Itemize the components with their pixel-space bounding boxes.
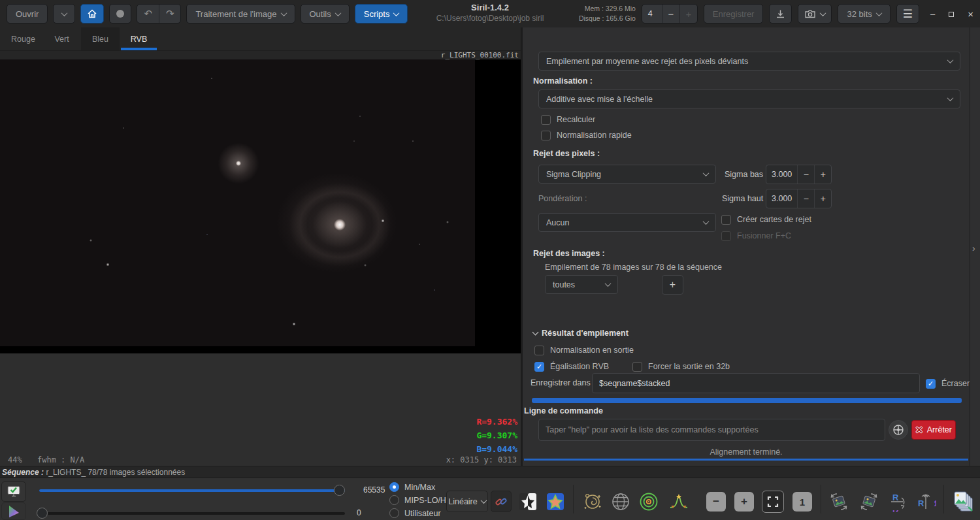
mode-user-radio-row[interactable]: Utilisateur [389, 508, 441, 518]
high-slider-handle[interactable] [334, 485, 345, 496]
restore-button[interactable] [949, 9, 954, 19]
command-scope-button[interactable] [889, 420, 908, 440]
color-gamut-button[interactable] [1, 502, 26, 520]
psf-analysis-button[interactable] [668, 491, 690, 513]
minimize-button[interactable]: – [930, 9, 935, 19]
egalisation-rvb-checkbox-row[interactable]: ✓ Égalisation RVB [534, 361, 609, 372]
low-level-slider[interactable] [39, 512, 345, 515]
image-processing-menu-button[interactable]: Traitement de l'image [186, 4, 295, 24]
flip-vertical-button[interactable]: R R [887, 491, 909, 513]
home-icon [87, 8, 97, 19]
tab-bleu[interactable]: Bleu [81, 27, 120, 50]
ponderation-dropdown[interactable]: Aucun [538, 213, 716, 232]
creer-cartes-checkbox[interactable] [721, 215, 731, 225]
redo-button[interactable]: ↷ [159, 5, 180, 23]
save-button[interactable]: Enregistrer [704, 4, 764, 24]
creer-cartes-label: Créer cartes de rejet [737, 215, 811, 224]
recalculer-checkbox[interactable] [541, 115, 551, 125]
fit-window-icon [767, 496, 779, 508]
open-button[interactable]: Ouvrir [7, 4, 48, 24]
recalculer-checkbox-row[interactable]: Recalculer [541, 114, 595, 125]
chevron-down-icon [703, 218, 710, 225]
scripts-menu-button[interactable]: Scripts [355, 4, 408, 24]
bit-depth-dropdown[interactable]: 32 bits [838, 4, 890, 24]
tools-menu-button[interactable]: Outils [301, 4, 350, 24]
undo-redo-group: ↶ ↷ [137, 4, 181, 24]
fits-image[interactable] [0, 59, 475, 346]
tab-vert[interactable]: Vert [42, 27, 81, 50]
mips-radio[interactable] [389, 495, 399, 505]
psf-peak-icon [668, 491, 689, 512]
image-filter-dropdown[interactable]: toutes [545, 275, 618, 294]
sigma-bas-decrement[interactable]: − [797, 165, 814, 184]
minmax-radio[interactable] [389, 482, 399, 492]
mode-mips-radio-row[interactable]: MIPS-LO/HI [389, 495, 448, 505]
rejection-method-dropdown[interactable]: Sigma Clipping [538, 165, 716, 184]
sequence-frames-button[interactable] [951, 489, 975, 514]
ecraser-checkbox-row[interactable]: ✓ Écraser [926, 378, 970, 389]
stacking-method-dropdown[interactable]: Empilement par moyenne avec rejet des pi… [538, 52, 960, 71]
sequence-label: Séquence : [2, 468, 44, 477]
tab-rvb[interactable]: RVB [120, 27, 158, 50]
forcer-32b-checkbox[interactable] [632, 362, 642, 372]
user-radio[interactable] [389, 508, 399, 518]
chain-link-icon [495, 495, 508, 508]
zoom-out-button[interactable]: − [706, 492, 726, 512]
thread-increment-button[interactable]: + [679, 5, 697, 23]
image-canvas[interactable] [0, 59, 521, 353]
close-button[interactable]: × [968, 8, 973, 20]
bottom-toolbar: 65535 0 Min/Max MIPS-LO/HI Utilisateur L… [0, 478, 980, 520]
zoom-in-button[interactable]: + [734, 492, 754, 512]
sigma-haut-decrement[interactable]: − [797, 189, 814, 208]
photometric-calibration-button[interactable] [638, 491, 660, 513]
forcer-32b-checkbox-row[interactable]: Forcer la sortie en 32b [632, 361, 730, 372]
high-level-slider[interactable] [39, 489, 345, 492]
sigma-haut-value[interactable]: 3.000 [766, 189, 797, 208]
flip-horizontal-button[interactable]: R R [915, 491, 937, 513]
resultat-expander[interactable]: Résultat d'empilement [533, 329, 629, 338]
zoom-fit-button[interactable] [762, 491, 784, 513]
deconvolution-button[interactable] [581, 491, 604, 513]
negative-view-button[interactable] [518, 492, 538, 512]
hamburger-menu-button[interactable]: ☰ [896, 4, 919, 24]
output-name-input[interactable] [592, 373, 920, 393]
stop-button[interactable]: ✕ Arrêter [911, 420, 956, 440]
normalisation-dropdown[interactable]: Additive avec mise à l'échelle [538, 89, 960, 108]
mode-minmax-radio-row[interactable]: Min/Max [389, 482, 435, 492]
sigma-bas-increment[interactable]: + [814, 165, 831, 184]
normalisation-rapide-checkbox[interactable] [541, 131, 551, 140]
undo-button[interactable]: ↶ [137, 5, 159, 23]
ecraser-checkbox[interactable]: ✓ [926, 379, 936, 389]
resultat-label: Résultat d'empilement [542, 329, 629, 338]
normalisation-rapide-checkbox-row[interactable]: Normalisation rapide [541, 130, 632, 140]
normalisation-sortie-checkbox-row[interactable]: Normalisation en sortie [534, 345, 634, 355]
sigma-bas-value[interactable]: 3.000 [766, 165, 797, 184]
egalisation-rvb-checkbox[interactable]: ✓ [534, 362, 544, 372]
snapshot-button[interactable] [798, 4, 832, 24]
display-settings-button[interactable] [1, 481, 26, 502]
low-slider-handle[interactable] [37, 508, 48, 519]
quick-save-button[interactable] [769, 4, 792, 24]
record-button[interactable] [109, 4, 131, 24]
collapse-panel-chevron-icon[interactable]: › [972, 243, 975, 253]
rotate-right-button[interactable] [858, 491, 880, 513]
stretch-mode-dropdown[interactable]: Linéaire [446, 491, 488, 512]
image-status-bar: 44% fwhm : N/A x: 0315 y: 0313 [0, 454, 521, 466]
creer-cartes-checkbox-row[interactable]: Créer cartes de rejet [721, 214, 811, 225]
sigma-haut-increment[interactable]: + [814, 189, 831, 208]
toolbar-separator [573, 485, 574, 513]
home-button[interactable] [80, 4, 104, 24]
rotate-left-button[interactable] [828, 491, 850, 513]
zoom-100-button[interactable]: 1 [792, 492, 812, 512]
normalisation-sortie-checkbox[interactable] [534, 346, 544, 355]
photometry-button[interactable] [546, 492, 565, 512]
thread-count-value[interactable]: 4 [642, 5, 662, 23]
command-input[interactable] [538, 419, 885, 441]
open-recent-dropdown-button[interactable] [53, 4, 75, 24]
thread-decrement-button[interactable]: − [662, 5, 679, 23]
add-filter-button[interactable]: + [662, 275, 683, 295]
link-channels-button[interactable] [491, 491, 512, 512]
astrometry-button[interactable] [610, 491, 632, 513]
enregistrer-dans-label: Enregistrer dans : [531, 378, 595, 387]
tab-rouge[interactable]: Rouge [4, 27, 42, 50]
